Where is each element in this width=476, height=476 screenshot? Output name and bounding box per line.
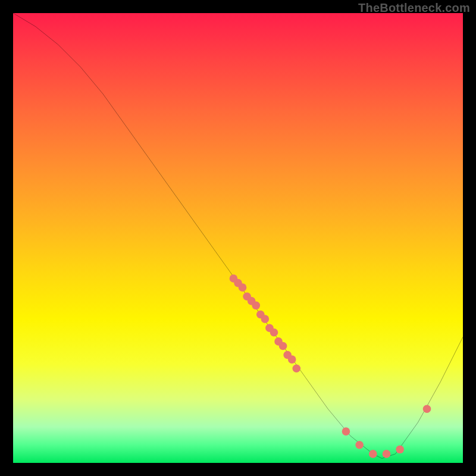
highlight-marker — [261, 315, 270, 323]
highlight-marker — [292, 364, 300, 372]
highlight-marker — [342, 427, 350, 436]
highlight-marker — [355, 441, 364, 449]
highlight-marker — [383, 450, 391, 458]
highlight-marker — [270, 328, 278, 337]
highlight-marker — [239, 283, 247, 292]
highlight-marker — [423, 405, 431, 413]
marker-group — [230, 274, 431, 458]
bottleneck-curve-path — [13, 13, 463, 458]
chart-svg — [13, 13, 463, 463]
plot-area — [13, 13, 463, 463]
highlight-marker — [396, 446, 404, 454]
highlight-marker — [252, 302, 260, 310]
highlight-marker — [288, 355, 296, 364]
chart-frame: TheBottleneck.com — [0, 0, 476, 476]
highlight-marker — [369, 450, 377, 458]
highlight-marker — [279, 342, 287, 350]
